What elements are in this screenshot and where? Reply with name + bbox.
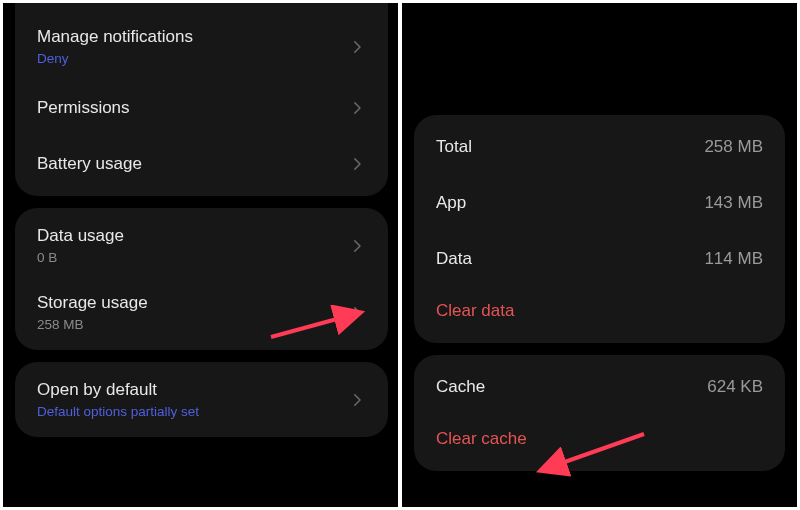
- cache-card: Cache 624 KB Clear cache: [414, 355, 785, 471]
- chevron-right-icon: [348, 391, 366, 409]
- spacer: [402, 3, 797, 103]
- row-text: Battery usage: [37, 154, 142, 174]
- label-data: Data: [436, 249, 472, 269]
- settings-group-3: Open by default Default options partiall…: [15, 362, 388, 437]
- row-open-by-default[interactable]: Open by default Default options partiall…: [15, 366, 388, 433]
- label-data-usage: Data usage: [37, 226, 124, 246]
- storage-card: Total 258 MB App 143 MB Data 114 MB Clea…: [414, 115, 785, 343]
- label-battery-usage: Battery usage: [37, 154, 142, 174]
- label-manage-notifications: Manage notifications: [37, 27, 193, 47]
- row-cache: Cache 624 KB: [414, 359, 785, 415]
- row-text: Manage notifications Deny: [37, 27, 193, 66]
- row-text: Data usage 0 B: [37, 226, 124, 265]
- value-cache: 624 KB: [707, 377, 763, 397]
- row-battery-usage[interactable]: Battery usage: [15, 136, 388, 192]
- chevron-right-icon: [348, 155, 366, 173]
- settings-group-2: Data usage 0 B Storage usage 258 MB: [15, 208, 388, 350]
- chevron-right-icon: [348, 237, 366, 255]
- value-app: 143 MB: [704, 193, 763, 213]
- label-storage-usage: Storage usage: [37, 293, 148, 313]
- chevron-right-icon: [348, 304, 366, 322]
- sub-storage-usage: 258 MB: [37, 317, 148, 332]
- chevron-right-icon: [348, 38, 366, 56]
- label-cache: Cache: [436, 377, 485, 397]
- sub-manage-notifications: Deny: [37, 51, 193, 66]
- right-panel: Total 258 MB App 143 MB Data 114 MB Clea…: [402, 3, 797, 507]
- label-total: Total: [436, 137, 472, 157]
- row-app: App 143 MB: [414, 175, 785, 231]
- row-manage-notifications[interactable]: Manage notifications Deny: [15, 13, 388, 80]
- value-data: 114 MB: [704, 249, 763, 269]
- sub-data-usage: 0 B: [37, 250, 124, 265]
- chevron-right-icon: [348, 99, 366, 117]
- left-panel: Manage notifications Deny Permissions Ba…: [3, 3, 398, 507]
- settings-group-1: Manage notifications Deny Permissions Ba…: [15, 3, 388, 196]
- sub-open-by-default: Default options partially set: [37, 404, 199, 419]
- row-text: Permissions: [37, 98, 130, 118]
- row-text: Open by default Default options partiall…: [37, 380, 199, 419]
- label-open-by-default: Open by default: [37, 380, 199, 400]
- row-storage-usage[interactable]: Storage usage 258 MB: [15, 279, 388, 346]
- value-total: 258 MB: [704, 137, 763, 157]
- row-total: Total 258 MB: [414, 119, 785, 175]
- clear-cache-button[interactable]: Clear cache: [414, 415, 785, 467]
- row-permissions[interactable]: Permissions: [15, 80, 388, 136]
- row-text: Storage usage 258 MB: [37, 293, 148, 332]
- label-app: App: [436, 193, 466, 213]
- row-data-usage[interactable]: Data usage 0 B: [15, 212, 388, 279]
- row-data: Data 114 MB: [414, 231, 785, 287]
- label-permissions: Permissions: [37, 98, 130, 118]
- clear-data-button[interactable]: Clear data: [414, 287, 785, 339]
